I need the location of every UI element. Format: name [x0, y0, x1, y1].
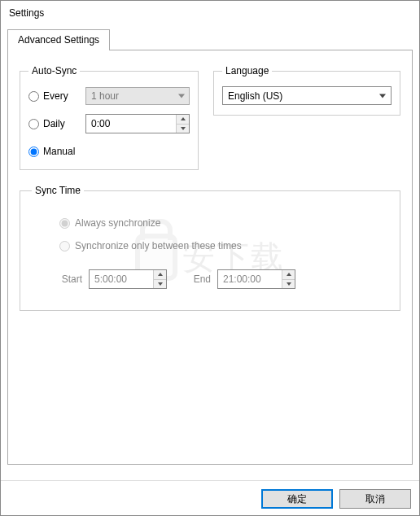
chevron-down-icon [178, 94, 185, 98]
synctime-always-label: Always synchronize [75, 217, 160, 229]
language-legend: Language [222, 65, 272, 77]
synctime-between-radio [59, 241, 70, 251]
spin-down-icon[interactable] [177, 125, 189, 133]
synctime-legend: Sync Time [32, 185, 84, 196]
spin-up-icon[interactable] [154, 270, 166, 280]
autosync-every-label: Every [43, 90, 68, 102]
language-value: English (US) [228, 90, 282, 102]
synctime-between-label: Synchronize only between these times [75, 240, 242, 251]
autosync-legend: Auto-Sync [28, 65, 80, 77]
autosync-every-value: 1 hour [91, 90, 119, 102]
synctime-end-label: End [186, 273, 211, 285]
autosync-daily-radio[interactable]: Daily [28, 118, 85, 129]
synctime-start-input[interactable]: 5:00:00 [89, 269, 167, 289]
autosync-manual-radio[interactable]: Manual [28, 146, 85, 157]
synctime-end-input[interactable]: 21:00:00 [217, 269, 295, 289]
synctime-start-value: 5:00:00 [90, 270, 153, 288]
autosync-daily-label: Daily [43, 118, 65, 129]
separator [1, 480, 419, 481]
spin-up-icon[interactable] [177, 115, 189, 125]
chevron-down-icon [379, 94, 386, 98]
language-fieldset: Language English (US) [213, 65, 400, 116]
window-title: Settings [1, 1, 419, 24]
autosync-manual-label: Manual [43, 146, 75, 157]
spin-up-icon[interactable] [282, 270, 295, 280]
cancel-button[interactable]: 取消 [339, 489, 411, 509]
spin-down-icon[interactable] [154, 280, 166, 289]
autosync-daily-value: 0:00 [86, 115, 176, 133]
synctime-always-radio [59, 218, 70, 229]
autosync-every-combo[interactable]: 1 hour [85, 87, 190, 105]
synctime-fieldset: Sync Time Always synchronize Synchronize… [20, 185, 400, 311]
language-select[interactable]: English (US) [222, 86, 392, 105]
tab-advanced-settings[interactable]: Advanced Settings [7, 29, 110, 50]
spin-down-icon[interactable] [282, 280, 295, 289]
autosync-every-radio[interactable]: Every [28, 90, 85, 102]
autosync-fieldset: Auto-Sync Every 1 hour [20, 65, 199, 170]
tab-panel: 安下载 Auto-Sync Every 1 hour [7, 50, 413, 465]
autosync-daily-time[interactable]: 0:00 [85, 114, 190, 133]
synctime-end-value: 21:00:00 [218, 270, 282, 288]
ok-button[interactable]: 确定 [261, 489, 333, 509]
synctime-start-label: Start [45, 273, 82, 285]
